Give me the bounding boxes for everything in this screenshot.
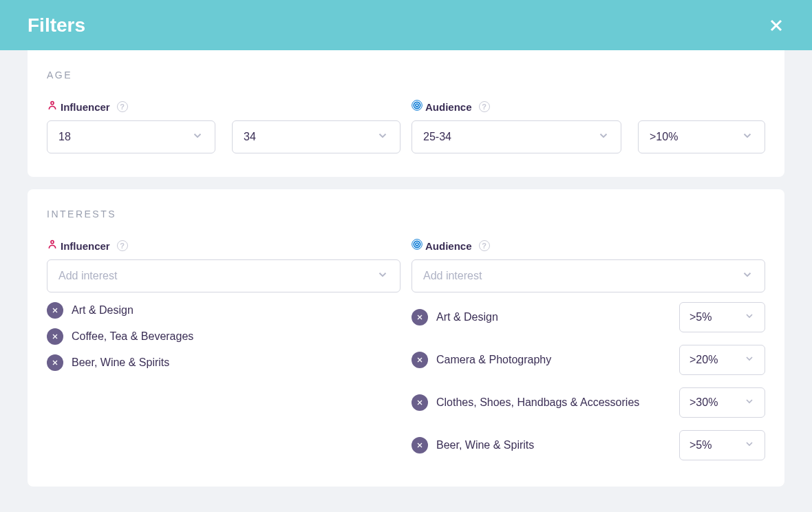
tag-label: Coffee, Tea & Beverages (72, 330, 193, 343)
help-icon[interactable]: ? (479, 240, 490, 251)
influencer-icon (47, 239, 58, 253)
svg-point-0 (51, 102, 54, 105)
tag-label: Beer, Wine & Spirits (72, 356, 169, 369)
select-value: >5% (690, 439, 712, 451)
chevron-down-icon (597, 129, 610, 145)
remove-icon[interactable] (47, 328, 63, 345)
header-title: Filters (28, 14, 85, 36)
input-placeholder: Add interest (58, 270, 117, 282)
age-influencer-to-select[interactable]: 34 (232, 120, 400, 153)
interests-influencer-label: Influencer (61, 240, 110, 252)
svg-point-6 (414, 241, 420, 247)
select-value: >20% (690, 354, 718, 366)
select-value: 18 (58, 131, 71, 143)
svg-point-2 (414, 102, 420, 108)
chevron-down-icon (744, 396, 755, 409)
remove-icon[interactable] (412, 437, 428, 454)
age-audience-percent-select[interactable]: >10% (638, 120, 765, 153)
chevron-down-icon (744, 438, 755, 452)
chevron-down-icon (744, 310, 755, 324)
svg-point-4 (51, 241, 54, 244)
interest-tag: Beer, Wine & Spirits>5% (412, 430, 765, 460)
age-panel: AGE Influencer ? 18 (28, 50, 784, 177)
audience-icon (412, 239, 423, 253)
influencer-icon (47, 100, 58, 114)
close-icon[interactable] (768, 17, 784, 34)
remove-icon[interactable] (47, 354, 63, 371)
interest-percent-select[interactable]: >5% (679, 302, 765, 332)
select-value: 25-34 (423, 131, 451, 143)
filters-header: Filters (0, 0, 812, 50)
age-influencer-label: Influencer (61, 101, 110, 113)
influencer-interest-input[interactable]: Add interest (47, 259, 400, 292)
remove-icon[interactable] (47, 302, 63, 319)
help-icon[interactable]: ? (117, 240, 128, 251)
interests-heading: INTERESTS (47, 209, 765, 220)
interest-percent-select[interactable]: >5% (679, 430, 765, 460)
interest-tag: Clothes, Shoes, Handbags & Accessories>3… (412, 387, 765, 418)
interest-tag: Art & Design>5% (412, 302, 765, 332)
interests-audience-label: Audience (425, 240, 472, 252)
audience-interest-input[interactable]: Add interest (412, 259, 765, 292)
svg-point-5 (416, 243, 418, 246)
interest-tag: Camera & Photography>20% (412, 345, 765, 375)
input-placeholder: Add interest (423, 270, 482, 282)
age-audience-col: Audience ? 25-34 >10% (412, 100, 765, 153)
select-value: >5% (690, 311, 712, 323)
age-audience-range-select[interactable]: 25-34 (412, 120, 621, 153)
interest-tag: Coffee, Tea & Beverages (47, 328, 400, 345)
interests-audience-col: Audience ? Add interest Art & Design>5%C… (412, 239, 765, 463)
remove-icon[interactable] (412, 309, 428, 326)
tag-label: Art & Design (436, 311, 498, 323)
interest-tag: Art & Design (47, 302, 400, 319)
interest-tag: Beer, Wine & Spirits (47, 354, 400, 371)
age-heading: AGE (47, 70, 765, 81)
remove-icon[interactable] (412, 394, 428, 411)
interest-percent-select[interactable]: >20% (679, 345, 765, 375)
tag-label: Beer, Wine & Spirits (436, 439, 534, 451)
tag-label: Camera & Photography (436, 354, 551, 366)
age-influencer-col: Influencer ? 18 34 (47, 100, 400, 153)
chevron-down-icon (376, 268, 389, 284)
remove-icon[interactable] (412, 352, 428, 368)
influencer-interest-list: Art & DesignCoffee, Tea & BeveragesBeer,… (47, 302, 400, 371)
chevron-down-icon (744, 353, 755, 367)
tag-label: Clothes, Shoes, Handbags & Accessories (436, 396, 639, 409)
select-value: >10% (650, 131, 678, 143)
chevron-down-icon (741, 268, 754, 284)
interest-percent-select[interactable]: >30% (679, 387, 765, 418)
interests-panel: INTERESTS Influencer ? Add interest A (28, 189, 784, 487)
help-icon[interactable]: ? (117, 101, 128, 112)
select-value: >30% (690, 396, 718, 409)
chevron-down-icon (741, 129, 754, 145)
chevron-down-icon (376, 129, 389, 145)
audience-interest-list: Art & Design>5%Camera & Photography>20%C… (412, 302, 765, 463)
chevron-down-icon (191, 129, 204, 145)
select-value: 34 (244, 131, 256, 143)
age-influencer-from-select[interactable]: 18 (47, 120, 215, 153)
audience-icon (412, 100, 423, 114)
interests-influencer-col: Influencer ? Add interest Art & DesignCo… (47, 239, 400, 463)
age-audience-label: Audience (425, 101, 472, 113)
tag-label: Art & Design (72, 304, 133, 317)
svg-point-1 (416, 104, 418, 107)
help-icon[interactable]: ? (479, 101, 490, 112)
